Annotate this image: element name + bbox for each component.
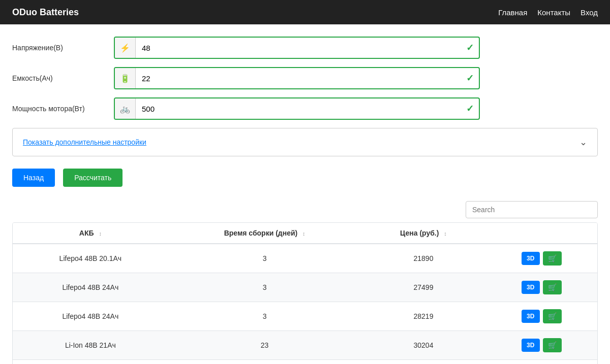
cell-price: 31433	[361, 360, 486, 365]
voltage-row: Напряжение(В) ⚡ ✓	[12, 37, 598, 59]
cell-akb: Li-Ion 48В 21Ач	[13, 331, 168, 360]
col-price[interactable]: Цена (руб.) ↕	[361, 223, 486, 244]
table-body: Lifepo4 48В 20.1Ач 3 21890 3D 🛒 Lifepo4 …	[13, 244, 597, 364]
power-row: Мощность мотора(Вт) 🚲 ✓	[12, 97, 598, 120]
capacity-row: Емкость(Ач) 🔋 ✓	[12, 67, 598, 89]
cell-days: 3	[168, 273, 361, 302]
cart-button[interactable]: 🛒	[543, 280, 562, 294]
voltage-check-icon: ✓	[461, 42, 479, 53]
cell-actions: 3D 🛒	[485, 360, 597, 365]
nav-home[interactable]: Главная	[498, 8, 527, 17]
cell-price: 27499	[361, 273, 486, 302]
table-row: Lifepo4 48В 24Ач 3 28219 3D 🛒	[13, 302, 597, 331]
cell-price: 21890	[361, 244, 486, 273]
cell-price: 30204	[361, 331, 486, 360]
table-row: Li-Ion 48В 21Ач 23 31433 3D 🛒	[13, 360, 597, 365]
3d-button[interactable]: 3D	[522, 281, 540, 294]
cell-akb: Li-Ion 48В 21Ач	[13, 360, 168, 365]
search-input[interactable]	[466, 201, 598, 218]
cart-button[interactable]: 🛒	[543, 251, 562, 266]
calculate-button[interactable]: Рассчитать	[63, 169, 123, 187]
cell-actions: 3D 🛒	[485, 331, 597, 360]
voltage-input[interactable]	[136, 38, 461, 58]
battery-icon: 🔋	[115, 68, 136, 88]
cart-button[interactable]: 🛒	[543, 309, 562, 323]
header: ODuo Batteries Главная Контакты Вход	[0, 0, 610, 24]
capacity-check-icon: ✓	[461, 73, 479, 84]
results-table-wrapper: АКБ ↕ Время сборки (дней) ↕ Цена (руб.) …	[12, 222, 598, 364]
capacity-input[interactable]	[136, 68, 461, 88]
power-label: Мощность мотора(Вт)	[12, 105, 114, 113]
cell-actions: 3D 🛒	[485, 244, 597, 273]
3d-button[interactable]: 3D	[522, 252, 540, 265]
power-input-wrapper: 🚲 ✓	[114, 97, 480, 120]
cell-days: 3	[168, 302, 361, 331]
sort-days-icon: ↕	[302, 230, 306, 237]
back-button[interactable]: Назад	[12, 169, 55, 187]
voltage-input-wrapper: ⚡ ✓	[114, 37, 480, 59]
cell-actions: 3D 🛒	[485, 273, 597, 302]
table-row: Lifepo4 48В 24Ач 3 27499 3D 🛒	[13, 273, 597, 302]
cell-days: 23	[168, 360, 361, 365]
search-row	[12, 201, 598, 218]
main-content: Напряжение(В) ⚡ ✓ Емкость(Ач) 🔋 ✓ Мощнос…	[0, 24, 610, 364]
voltage-icon: ⚡	[115, 38, 136, 58]
power-input[interactable]	[136, 98, 461, 119]
cell-days: 3	[168, 244, 361, 273]
table-header: АКБ ↕ Время сборки (дней) ↕ Цена (руб.) …	[13, 223, 597, 244]
accordion-label[interactable]: Показать дополнительные настройки	[23, 138, 146, 146]
chevron-down-icon: ⌄	[580, 137, 587, 148]
nav-contacts[interactable]: Контакты	[537, 8, 570, 17]
table-row: Li-Ion 48В 21Ач 23 30204 3D 🛒	[13, 331, 597, 360]
table-row: Lifepo4 48В 20.1Ач 3 21890 3D 🛒	[13, 244, 597, 273]
cell-akb: Lifepo4 48В 24Ач	[13, 273, 168, 302]
button-row: Назад Рассчитать	[12, 169, 598, 187]
voltage-label: Напряжение(В)	[12, 44, 114, 52]
cell-akb: Lifepo4 48В 20.1Ач	[13, 244, 168, 273]
cell-actions: 3D 🛒	[485, 302, 597, 331]
capacity-input-wrapper: 🔋 ✓	[114, 67, 480, 89]
cell-akb: Lifepo4 48В 24Ач	[13, 302, 168, 331]
logo: ODuo Batteries	[12, 7, 79, 18]
power-check-icon: ✓	[461, 103, 479, 114]
cell-price: 28219	[361, 302, 486, 331]
col-actions	[485, 223, 597, 244]
sort-akb-icon: ↕	[99, 230, 102, 237]
col-days[interactable]: Время сборки (дней) ↕	[168, 223, 361, 244]
col-akb[interactable]: АКБ ↕	[13, 223, 168, 244]
results-table: АКБ ↕ Время сборки (дней) ↕ Цена (руб.) …	[13, 223, 597, 364]
capacity-label: Емкость(Ач)	[12, 74, 114, 82]
3d-button[interactable]: 3D	[522, 339, 540, 352]
3d-button[interactable]: 3D	[522, 310, 540, 323]
cart-button[interactable]: 🛒	[543, 338, 562, 352]
cell-days: 23	[168, 331, 361, 360]
sort-price-icon: ↕	[444, 230, 447, 237]
nav: Главная Контакты Вход	[498, 8, 598, 17]
accordion[interactable]: Показать дополнительные настройки ⌄	[12, 128, 598, 156]
motor-icon: 🚲	[115, 98, 136, 119]
nav-login[interactable]: Вход	[581, 8, 598, 17]
